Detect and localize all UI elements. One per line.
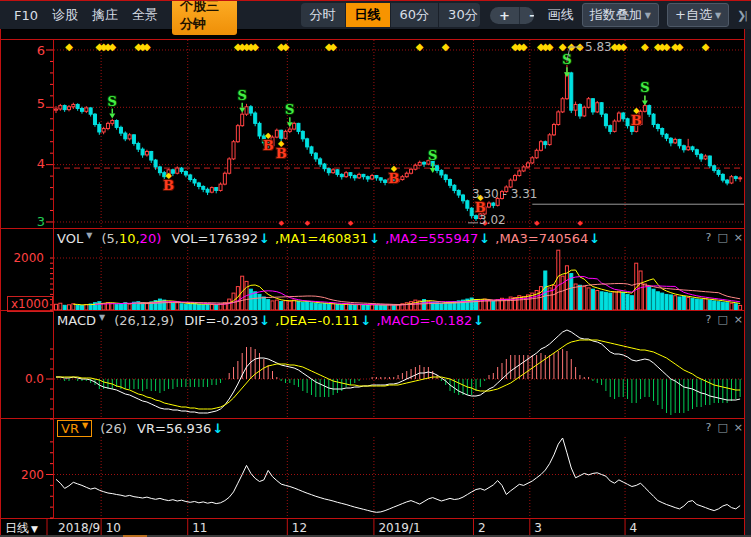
help-icon[interactable]: ? [706, 421, 712, 434]
chevron-down-icon: ▼ [99, 313, 105, 322]
zoom-out-button[interactable]: − [520, 7, 534, 24]
help-icon[interactable]: ? [706, 231, 712, 244]
stock-3min-button[interactable]: 个股三分钟 [172, 0, 237, 35]
menu-banker[interactable]: 擒庄 [92, 6, 118, 24]
toolbar-right: 画线 指数叠加▼ +自选▼ ❯| [534, 3, 751, 27]
maximize-icon[interactable]: □ [717, 313, 727, 326]
vol-pane-controls: ?□× [700, 231, 743, 244]
svg-text:◆: ◆ [442, 41, 450, 52]
zoom-controls: + − [490, 7, 534, 24]
down-arrow-icon: ↓ [259, 313, 270, 328]
vol-ma1-value: ,MA1=460831 [275, 231, 368, 246]
svg-text:◆: ◆ [348, 219, 354, 227]
down-arrow-icon: ▼ [31, 524, 38, 534]
close-icon[interactable]: × [734, 313, 743, 326]
svg-text:◆: ◆ [663, 41, 671, 52]
svg-text:S: S [285, 102, 294, 117]
vol-indicator-dropdown[interactable]: VOL▼ [57, 231, 92, 246]
low-price-annotation: 3.02 [479, 213, 506, 227]
svg-text:B: B [276, 146, 287, 161]
svg-text:10: 10 [106, 521, 121, 535]
svg-text:◆: ◆ [251, 41, 259, 52]
svg-text:◆: ◆ [65, 41, 73, 52]
price-label-3: 3 [13, 214, 45, 229]
right-edge-strip [745, 29, 751, 537]
maximize-icon[interactable]: □ [717, 421, 727, 434]
svg-text:◆: ◆ [619, 41, 627, 52]
svg-text:S: S [428, 148, 437, 163]
gap-range-annotation: 3.30 - 3.31 [472, 187, 537, 201]
svg-text:◆: ◆ [546, 41, 554, 52]
vr-pane-header: VR▼ (26) VR=56.936↓ [57, 421, 224, 438]
svg-text:◆: ◆ [577, 219, 583, 227]
close-icon[interactable]: × [734, 421, 743, 434]
down-arrow-icon: ↓ [589, 231, 600, 246]
index-overlay-dropdown[interactable]: 指数叠加▼ [582, 3, 659, 27]
macd-pane-controls: ?□× [700, 313, 743, 326]
svg-text:◆: ◆ [391, 164, 398, 173]
close-icon[interactable]: × [734, 231, 743, 244]
svg-text:12: 12 [292, 521, 307, 535]
vol-scale-label: 2000 [12, 251, 44, 265]
vr-scale-label: 200 [12, 468, 44, 482]
vr-params: (26) [100, 421, 127, 436]
macd-params: (26,12,9) [114, 313, 174, 328]
period-daily[interactable]: 日线 [346, 3, 391, 27]
svg-text:S: S [108, 94, 117, 109]
svg-text:◆: ◆ [143, 41, 151, 52]
stock-app-window: F10 诊股 擒庄 全景 个股三分钟 分时 日线 60分 30分 周线▼ + −… [0, 0, 751, 537]
period-30min[interactable]: 30分 [439, 3, 480, 27]
vol-params: (5,10,20) [101, 231, 161, 246]
svg-text:11: 11 [192, 521, 207, 535]
chevron-down-icon: ▼ [715, 11, 721, 20]
vol-ma3-value: ,MA3=740564 [495, 231, 588, 246]
svg-text:◆: ◆ [702, 41, 710, 52]
help-icon[interactable]: ? [706, 313, 712, 326]
vol-value: VOL=176392 [171, 231, 258, 246]
chevron-down-icon: ▼ [86, 231, 92, 240]
down-arrow-icon: ↓ [212, 421, 223, 436]
svg-text:◆: ◆ [166, 171, 173, 180]
down-arrow-icon: ↓ [259, 231, 270, 246]
period-intraday[interactable]: 分时 [301, 3, 346, 27]
svg-text:3: 3 [534, 521, 542, 535]
down-arrow-icon: ↓ [473, 313, 484, 328]
svg-text:◆: ◆ [108, 41, 116, 52]
svg-text:◆: ◆ [329, 41, 337, 52]
svg-text:2019/1: 2019/1 [378, 521, 420, 535]
svg-text:B: B [631, 113, 642, 128]
macd-value: ,MACD=-0.182 [376, 313, 472, 328]
down-arrow-icon: ↓ [369, 231, 380, 246]
menu-diagnose[interactable]: 诊股 [52, 6, 78, 24]
chart-canvas[interactable]: ◆◆◆◆◆◆◆◆◆◆◆◆◆◆◆◆◆◆◆◆◆◆◆◆◆◆◆◆◆◆◆◆◆◆◆◆◆◆◆◆… [0, 1, 751, 537]
vr-value: VR=56.936 [137, 421, 211, 436]
menu-f10[interactable]: F10 [14, 8, 38, 23]
chevron-down-icon: ▼ [645, 11, 651, 20]
price-label-5: 5 [13, 96, 45, 111]
add-watchlist-dropdown[interactable]: +自选▼ [667, 3, 729, 27]
svg-text:◆: ◆ [278, 139, 285, 148]
vol-ma2-value: ,MA2=555947 [385, 231, 478, 246]
vr-indicator-dropdown[interactable]: VR▼ [57, 420, 92, 437]
svg-text:◆: ◆ [676, 41, 684, 52]
macd-dea-value: ,DEA=-0.111 [275, 313, 359, 328]
svg-text:◆: ◆ [304, 219, 310, 227]
zoom-in-button[interactable]: + [490, 7, 520, 24]
down-arrow-icon: ↓ [479, 231, 490, 246]
period-switcher: 分时 日线 60分 30分 周线▼ [301, 3, 480, 27]
macd-indicator-dropdown[interactable]: MACD▼ [57, 313, 105, 328]
menu-panorama[interactable]: 全景 [132, 6, 158, 24]
svg-text:◆: ◆ [265, 131, 272, 140]
draw-line-button[interactable]: 画线 [548, 6, 574, 24]
collapse-panel-icon[interactable]: ❯| [737, 9, 746, 22]
period-60min[interactable]: 60分 [391, 3, 440, 27]
svg-text:◆: ◆ [416, 41, 424, 52]
svg-text:S: S [640, 80, 649, 95]
price-label-4: 4 [13, 156, 45, 171]
vol-pane-header: VOL▼ (5,10,20) VOL=176392↓ ,MA1=460831↓ … [57, 231, 601, 248]
svg-text:S: S [237, 88, 246, 103]
svg-text:◆: ◆ [559, 41, 567, 52]
maximize-icon[interactable]: □ [717, 231, 727, 244]
vol-unit-box: x1000 [7, 296, 53, 312]
price-label-6: 6 [13, 43, 45, 58]
